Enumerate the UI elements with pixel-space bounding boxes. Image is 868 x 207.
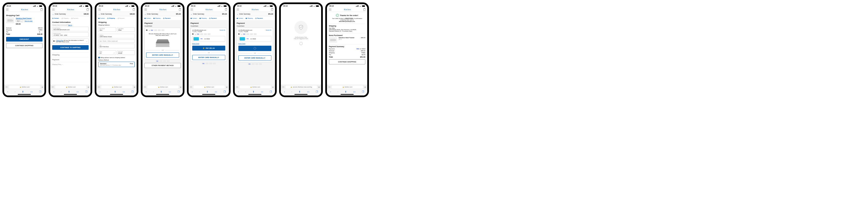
- menu-icon[interactable]: [329, 8, 331, 10]
- step-contact[interactable]: Contact: [145, 18, 151, 19]
- share-icon[interactable]: ⬆︎: [206, 90, 208, 93]
- bag-icon[interactable]: [363, 8, 365, 11]
- back-icon[interactable]: ‹: [284, 90, 285, 93]
- email-field[interactable]: Email Addressalexmiller@example.com: [52, 27, 89, 31]
- url-field[interactable]: kitchen.com: [240, 86, 271, 88]
- menu-icon[interactable]: [52, 8, 55, 10]
- enter-card-manually-button[interactable]: ENTER CARD MANUALLY: [238, 55, 271, 60]
- checkout-button[interactable]: CHECKOUT: [6, 37, 42, 41]
- tabs-icon[interactable]: ❐: [178, 90, 180, 93]
- bookmarks-icon[interactable]: ▭: [76, 90, 79, 93]
- back-icon[interactable]: ‹: [53, 90, 54, 93]
- product-name[interactable]: Stainless Steel Toaster: [16, 18, 42, 19]
- reload-icon[interactable]: ⟳: [88, 86, 89, 88]
- tabs-icon[interactable]: ❐: [85, 90, 87, 93]
- reload-icon[interactable]: ⟳: [42, 86, 43, 88]
- back-icon[interactable]: ‹: [99, 90, 100, 93]
- apt-field[interactable]: Apt / Suite / Other (optional): [98, 39, 135, 43]
- brand-logo[interactable]: Kitchen: [67, 8, 74, 11]
- back-icon[interactable]: ‹: [146, 90, 146, 93]
- url-field[interactable]: kitchen.com: [147, 86, 179, 88]
- share-icon[interactable]: ⬆︎: [299, 90, 301, 93]
- reload-icon[interactable]: ⟳: [134, 86, 135, 88]
- back-icon[interactable]: ‹: [192, 90, 192, 93]
- url-field[interactable]: kitchen.com: [101, 86, 132, 88]
- share-icon[interactable]: ⬆︎: [160, 90, 162, 93]
- reload-icon[interactable]: ⟳: [365, 86, 366, 88]
- text-size-control[interactable]: AA: [282, 86, 284, 88]
- menu-icon[interactable]: [6, 8, 8, 10]
- bookmarks-icon[interactable]: ▭: [30, 90, 33, 93]
- shipping-policy-link[interactable]: Shipping Policy →: [52, 62, 89, 65]
- saved-card[interactable]: VISA•••• 9010: [192, 36, 225, 42]
- bag-icon[interactable]: [225, 8, 227, 11]
- more-cards-link[interactable]: More Cards: [238, 43, 271, 44]
- brand-logo[interactable]: Kitchen: [159, 8, 166, 11]
- step-payment[interactable]: Payment: [118, 18, 125, 19]
- reload-icon[interactable]: ⟳: [272, 86, 274, 88]
- share-icon[interactable]: ⬆︎: [345, 90, 347, 93]
- step-contact[interactable]: Contact: [190, 18, 197, 19]
- other-payment-method-button[interactable]: OTHER PAYMENT METHOD: [145, 63, 181, 68]
- forward-icon[interactable]: ›: [14, 90, 15, 93]
- brand-logo[interactable]: Kitchen: [206, 8, 213, 11]
- tabs-icon[interactable]: ❐: [223, 90, 226, 93]
- bookmarks-icon[interactable]: ▭: [123, 90, 125, 93]
- bag-icon[interactable]: [179, 8, 181, 11]
- step-payment[interactable]: Payment: [71, 18, 79, 19]
- continue-shopping-button[interactable]: CONTINUE SHOPPING: [329, 59, 365, 64]
- text-size-control[interactable]: AA: [190, 86, 192, 88]
- order-summary-toggle[interactable]: Order Summary$51.84: [189, 12, 229, 16]
- url-field[interactable]: kitchen.com: [9, 86, 40, 88]
- bag-icon[interactable]: [87, 8, 89, 11]
- step-payment[interactable]: Payment: [163, 18, 170, 19]
- bookmarks-icon[interactable]: ▭: [169, 90, 171, 93]
- last-name-field[interactable]: Last NameMiller: [117, 27, 135, 32]
- bag-icon[interactable]: [271, 8, 273, 11]
- save-for-later-link[interactable]: Save for later: [25, 20, 33, 22]
- text-size-control[interactable]: AA: [236, 86, 238, 88]
- text-size-control[interactable]: AA: [144, 86, 146, 88]
- order-summary-toggle[interactable]: Order Summary$51.84: [143, 12, 183, 16]
- back-icon[interactable]: ‹: [330, 90, 331, 93]
- mobile-field[interactable]: Mobile Number+1 (415) - 123 - 1234: [52, 32, 89, 37]
- delivery-option-standard[interactable]: StandardFree Estimated delivery: 3 - 5 b…: [98, 62, 135, 67]
- pay-button[interactable]: 🔒PAY $51.84: [192, 46, 225, 51]
- url-field[interactable]: kitchen.com: [193, 86, 225, 88]
- tabs-icon[interactable]: ❐: [362, 90, 364, 93]
- url-field[interactable]: kitchen.com: [332, 86, 363, 88]
- step-shipping[interactable]: Shipping: [62, 18, 68, 19]
- enter-card-manually-button[interactable]: ENTER CARD MANUALLY: [146, 53, 179, 58]
- step-shipping[interactable]: Shipping: [246, 18, 252, 19]
- bookmarks-icon[interactable]: ▭: [261, 90, 263, 93]
- city-field[interactable]: CitySan Francisco: [98, 44, 135, 48]
- continue-shopping-button[interactable]: CONTINUE SHOPPING: [6, 43, 42, 48]
- forward-icon[interactable]: ›: [245, 90, 246, 93]
- forward-icon[interactable]: ›: [153, 90, 154, 93]
- order-summary-toggle[interactable]: Order Summary$48.00: [96, 12, 137, 16]
- url-field[interactable]: kitchen.com: [55, 86, 86, 88]
- address-field[interactable]: Address1000 Market Street: [98, 34, 135, 38]
- qty-select[interactable]: Qty 1⌄: [16, 20, 23, 22]
- back-icon[interactable]: ‹: [238, 90, 239, 93]
- tabs-icon[interactable]: ❐: [131, 90, 133, 93]
- state-select[interactable]: StateCA⌄: [98, 50, 116, 55]
- share-icon[interactable]: ⬆︎: [22, 90, 24, 93]
- share-icon[interactable]: ⬆︎: [68, 90, 70, 93]
- tabs-icon[interactable]: ❐: [39, 90, 41, 93]
- brand-logo[interactable]: Kitchen: [252, 8, 259, 11]
- order-summary-toggle[interactable]: Order Summary$48.00: [50, 12, 91, 16]
- first-name-field[interactable]: First NameAlex: [98, 27, 116, 32]
- brand-logo[interactable]: Kitchen: [21, 8, 28, 11]
- url-field[interactable]: secure.checkout.visa.com/reg: [286, 86, 317, 88]
- sign-in-link[interactable]: Sign In: [68, 24, 72, 26]
- step-shipping[interactable]: Shipping: [153, 18, 160, 19]
- text-size-control[interactable]: AA: [329, 86, 330, 88]
- step-contact[interactable]: Contact: [52, 18, 59, 19]
- switch-id-link[interactable]: Switch ID: [266, 29, 271, 32]
- enter-card-manually-button[interactable]: ENTER CARD MANUALLY: [192, 55, 225, 60]
- forward-icon[interactable]: ›: [291, 90, 292, 93]
- forward-icon[interactable]: ›: [61, 90, 61, 93]
- reload-icon[interactable]: ⟳: [226, 86, 227, 88]
- menu-icon[interactable]: [237, 8, 239, 10]
